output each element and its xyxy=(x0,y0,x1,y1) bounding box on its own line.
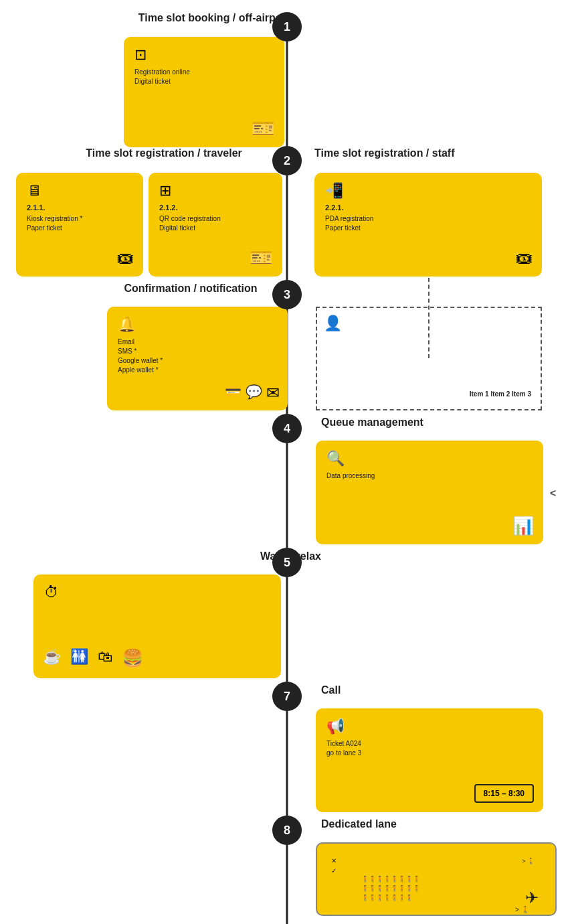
svg-text:🧍🧍🧍🧍🧍🧍🧍: 🧍🧍🧍🧍🧍🧍🧍 xyxy=(361,894,413,902)
ticket-icon-211: 🎟 xyxy=(116,248,134,268)
qr-icon: ⊞ xyxy=(159,182,272,200)
svg-text:> 🚶: > 🚶 xyxy=(515,905,530,913)
card-title-211: 2.1.1. xyxy=(27,204,132,212)
card-kiosk: 🖥 2.1.1. Kiosk registration * Paper tick… xyxy=(16,173,143,277)
monitor-icon: ⊡ xyxy=(134,46,274,64)
lane-diagram: ✕ > 🚶 ✓ 🧍🧍🧍🧍🧍🧍🧍🧍 🧍🧍🧍🧍🧍🧍🧍🧍 🧍🧍🧍🧍🧍🧍🧍 ✈ > 🚶 xyxy=(328,853,555,913)
call-icon: 📢 xyxy=(326,718,533,735)
processing-icon: 📊 xyxy=(512,516,534,536)
clock-icon: ⏱ xyxy=(44,584,270,601)
dashed-box-staff: 👤 Item 1 Item 2 Item 3 xyxy=(316,307,542,410)
svg-text:✈: ✈ xyxy=(525,889,539,907)
card-pda: 📲 2.2.1. PDA registration Paper ticket 🎟 xyxy=(314,173,542,277)
data-icon: 🔍 xyxy=(326,450,533,467)
svg-text:✕: ✕ xyxy=(331,857,337,864)
pda-icon: 📲 xyxy=(325,182,531,200)
ticket-icon-212: 🎫 xyxy=(250,246,273,268)
food-icon: 🍔 xyxy=(122,648,143,669)
time-slot-badge: 8:15 – 8:30 xyxy=(474,784,534,803)
restroom-icon: 🚻 xyxy=(70,648,88,669)
svg-text:🧍🧍🧍🧍🧍🧍🧍🧍: 🧍🧍🧍🧍🧍🧍🧍🧍 xyxy=(361,884,421,893)
card-icon-card: 💳 xyxy=(225,384,242,402)
card-label-212: QR code registration Digital ticket xyxy=(159,214,272,233)
svg-text:> 🚶: > 🚶 xyxy=(522,857,535,865)
heading-step2-traveler: Time slot registration / traveler xyxy=(40,147,288,159)
card-label-1: Registration online Digital ticket xyxy=(134,68,274,86)
card-qr: ⊞ 2.1.2. QR code registration Digital ti… xyxy=(149,173,282,277)
ticket-icon-221: 🎟 xyxy=(515,248,533,268)
card-queue: 🔍 Data processing 📊 xyxy=(316,441,543,544)
card-title-221: 2.2.1. xyxy=(325,204,531,212)
card-icon-email: ✉ xyxy=(266,384,280,402)
person-icon: 👤 xyxy=(324,315,342,331)
notification-icon: 🔔 xyxy=(118,316,277,333)
dashed-items-list: Item 1 Item 2 Item 3 xyxy=(470,389,531,400)
card-label-211: Kiosk registration * Paper ticket xyxy=(27,214,132,233)
shopping-icon: 🛍 xyxy=(98,648,112,669)
step-circle-3: 3 xyxy=(272,280,302,309)
step-circle-5: 5 xyxy=(272,548,302,577)
heading-step3: Confirmation / notification xyxy=(80,283,301,295)
card-label-3: Email SMS * Google wallet * Apple wallet… xyxy=(118,337,277,375)
heading-step8: Dedicated lane xyxy=(321,818,522,830)
step-circle-7: 7 xyxy=(272,682,302,711)
card-dedicated-lane: ✕ > 🚶 ✓ 🧍🧍🧍🧍🧍🧍🧍🧍 🧍🧍🧍🧍🧍🧍🧍🧍 🧍🧍🧍🧍🧍🧍🧍 ✈ > 🚶 xyxy=(316,842,557,916)
ticket-icon-1: 🎫 xyxy=(252,117,275,139)
card-label-7: Ticket A024 go to lane 3 xyxy=(326,739,533,758)
svg-text:✓: ✓ xyxy=(331,867,337,874)
step-circle-4: 4 xyxy=(272,414,302,443)
step-circle-1: 1 xyxy=(272,12,302,42)
heading-step4: Queue management xyxy=(321,416,549,429)
svg-text:🧍🧍🧍🧍🧍🧍🧍🧍: 🧍🧍🧍🧍🧍🧍🧍🧍 xyxy=(361,875,421,883)
heading-step2-staff: Time slot registration / staff xyxy=(314,147,549,159)
card-confirmation: 🔔 Email SMS * Google wallet * Apple wall… xyxy=(107,307,288,410)
heading-step7: Call xyxy=(321,684,455,696)
card-registration-online: ⊡ Registration online Digital ticket 🎫 xyxy=(124,37,284,147)
card-label-4: Data processing xyxy=(326,471,533,481)
coffee-icon: ☕ xyxy=(43,648,61,669)
card-label-221: PDA registration Paper ticket xyxy=(325,214,531,233)
card-icon-chat: 💬 xyxy=(246,384,262,402)
card-wait: ⏱ ☕ 🚻 🛍 🍔 xyxy=(33,574,281,678)
kiosk-icon: 🖥 xyxy=(27,182,132,200)
card-title-212: 2.1.2. xyxy=(159,204,272,212)
step-circle-8: 8 xyxy=(272,816,302,845)
card-call: 📢 Ticket A024 go to lane 3 8:15 – 8:30 xyxy=(316,708,543,812)
step-circle-2: 2 xyxy=(272,146,302,175)
chevron-right-icon: < xyxy=(550,487,556,499)
